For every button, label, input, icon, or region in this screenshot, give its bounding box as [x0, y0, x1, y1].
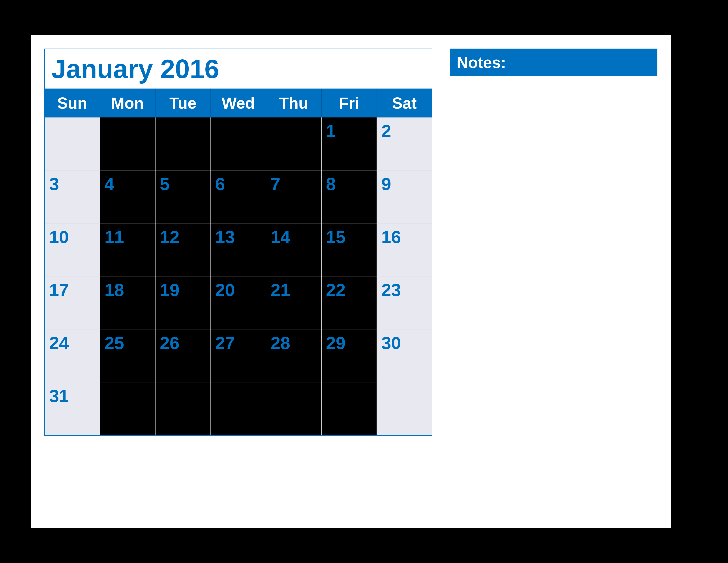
- calendar-day: 31: [45, 382, 100, 435]
- calendar-day: [211, 117, 266, 170]
- header-sat: Sat: [377, 89, 432, 117]
- calendar-body: 1234567891011121314151617181920212223242…: [45, 117, 432, 435]
- calendar-day: [321, 382, 377, 435]
- calendar-week-1: 12: [45, 117, 432, 170]
- calendar-day: 17: [45, 276, 100, 329]
- calendar-day: [100, 382, 155, 435]
- calendar-week-4: 17181920212223: [45, 276, 432, 329]
- header-mon: Mon: [100, 89, 155, 117]
- calendar-day: 13: [211, 223, 266, 276]
- calendar-day: 22: [321, 276, 377, 329]
- calendar-day: [266, 382, 321, 435]
- calendar-day: 8: [321, 170, 377, 223]
- calendar-day: [377, 382, 432, 435]
- calendar-header-row: Sun Mon Tue Wed Thu Fri Sat: [45, 89, 432, 117]
- header-fri: Fri: [321, 89, 377, 117]
- calendar-week-2: 3456789: [45, 170, 432, 223]
- calendar-title: January 2016: [44, 49, 432, 88]
- calendar-day: 18: [100, 276, 155, 329]
- calendar-day: 15: [321, 223, 377, 276]
- calendar-day: 14: [266, 223, 321, 276]
- calendar-day: 3: [45, 170, 100, 223]
- calendar-day: [266, 117, 321, 170]
- calendar-day: 1: [321, 117, 377, 170]
- calendar-day: 4: [100, 170, 155, 223]
- calendar-day: 9: [377, 170, 432, 223]
- calendar-day: [45, 117, 100, 170]
- calendar-week-3: 10111213141516: [45, 223, 432, 276]
- calendar-day: 6: [211, 170, 266, 223]
- calendar-day: 2: [377, 117, 432, 170]
- header-sun: Sun: [45, 89, 100, 117]
- calendar-day: 23: [377, 276, 432, 329]
- calendar-day: 5: [155, 170, 211, 223]
- calendar-day: 7: [266, 170, 321, 223]
- calendar-day: 10: [45, 223, 100, 276]
- calendar-day: 16: [377, 223, 432, 276]
- calendar-day: 20: [211, 276, 266, 329]
- calendar-day: 29: [321, 329, 377, 382]
- header-thu: Thu: [266, 89, 321, 117]
- calendar-day: 26: [155, 329, 211, 382]
- notes-section: Notes:: [450, 49, 657, 76]
- calendar-day: 24: [45, 329, 100, 382]
- calendar-grid: Sun Mon Tue Wed Thu Fri Sat 123456789101…: [44, 88, 432, 436]
- calendar-day: 21: [266, 276, 321, 329]
- calendar-section: January 2016 Sun Mon Tue Wed Thu Fri Sat…: [44, 49, 432, 436]
- calendar-day: [100, 117, 155, 170]
- calendar-day: 25: [100, 329, 155, 382]
- calendar-week-6: 31: [45, 382, 432, 435]
- calendar-day: 30: [377, 329, 432, 382]
- page: January 2016 Sun Mon Tue Wed Thu Fri Sat…: [31, 35, 671, 528]
- calendar-day: [211, 382, 266, 435]
- header-wed: Wed: [211, 89, 266, 117]
- calendar-day: 12: [155, 223, 211, 276]
- header-tue: Tue: [155, 89, 211, 117]
- calendar-day: 19: [155, 276, 211, 329]
- notes-header: Notes:: [450, 49, 657, 76]
- calendar-day: [155, 382, 211, 435]
- calendar-day: 27: [211, 329, 266, 382]
- calendar-day: [155, 117, 211, 170]
- calendar-day: 28: [266, 329, 321, 382]
- calendar-day: 11: [100, 223, 155, 276]
- calendar-week-5: 24252627282930: [45, 329, 432, 382]
